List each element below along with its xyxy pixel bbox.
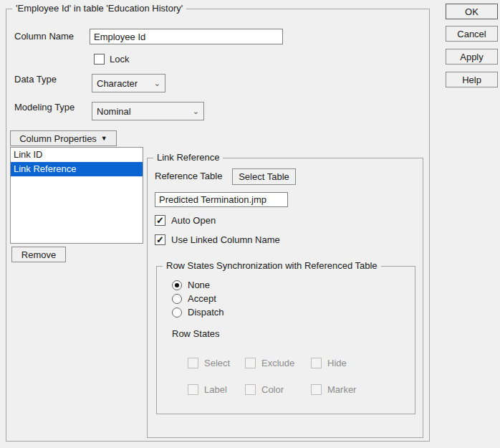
lock-label: Lock [110, 54, 129, 65]
ok-button[interactable]: OK [446, 4, 498, 19]
use-linked-column-name-label: Use Linked Column Name [171, 234, 280, 245]
link-reference-title: Link Reference [153, 152, 223, 163]
column-name-label: Column Name [14, 31, 74, 42]
data-type-label: Data Type [14, 74, 57, 85]
modeling-type-value: Nominal [97, 106, 131, 117]
label-checkbox [188, 384, 198, 395]
modeling-type-dropdown[interactable]: Nominal ⌄ [92, 102, 204, 120]
select-table-button[interactable]: Select Table [232, 168, 296, 185]
column-properties-label: Column Properties [19, 133, 97, 144]
color-checkbox-label: Color [261, 384, 284, 395]
use-linked-column-name-checkbox[interactable]: ✓ [155, 234, 165, 245]
column-name-input[interactable] [90, 29, 283, 44]
select-checkbox [188, 358, 198, 368]
radio-accept[interactable] [172, 294, 182, 304]
data-type-value: Character [97, 78, 138, 89]
radio-none[interactable] [172, 280, 182, 290]
reference-table-label: Reference Table [155, 171, 222, 181]
help-button[interactable]: Help [446, 72, 498, 87]
hide-checkbox [311, 358, 322, 368]
exclude-checkbox [245, 358, 256, 368]
row-states-sync-title: Row States Synchronization with Referenc… [163, 260, 381, 271]
color-checkbox [245, 384, 256, 395]
list-item-link-id[interactable]: Link ID [11, 148, 143, 162]
properties-listbox: Link ID Link Reference [10, 147, 143, 244]
radio-dispatch[interactable] [172, 308, 182, 318]
row-states-label: Row States [172, 328, 219, 339]
reference-table-input[interactable] [155, 192, 288, 207]
modeling-type-label: Modeling Type [14, 102, 74, 113]
chevron-down-icon: ⌄ [186, 108, 199, 115]
label-checkbox-label: Label [204, 384, 227, 395]
data-type-dropdown[interactable]: Character ⌄ [92, 74, 165, 92]
marker-checkbox-label: Marker [327, 384, 356, 395]
radio-none-label: None [188, 280, 210, 290]
dialog-title: 'Employee Id' in table 'Education Histor… [12, 3, 186, 14]
lock-checkbox[interactable] [94, 54, 105, 65]
remove-button[interactable]: Remove [11, 247, 66, 262]
marker-checkbox [311, 384, 322, 395]
auto-open-checkbox[interactable]: ✓ [155, 215, 165, 226]
column-properties-button[interactable]: Column Properties ▼ [10, 130, 117, 146]
cancel-button[interactable]: Cancel [446, 26, 498, 42]
radio-dispatch-label: Dispatch [188, 307, 224, 318]
exclude-checkbox-label: Exclude [261, 358, 294, 368]
auto-open-label: Auto Open [171, 215, 216, 226]
hide-checkbox-label: Hide [327, 358, 347, 368]
column-info-dialog: 'Employee Id' in table 'Education Histor… [0, 0, 500, 448]
radio-accept-label: Accept [188, 293, 216, 304]
select-checkbox-label: Select [204, 358, 230, 368]
chevron-down-icon: ⌄ [147, 80, 160, 87]
apply-button[interactable]: Apply [446, 49, 498, 65]
list-item-link-reference[interactable]: Link Reference [11, 162, 143, 176]
dropdown-arrow-icon: ▼ [101, 135, 107, 142]
